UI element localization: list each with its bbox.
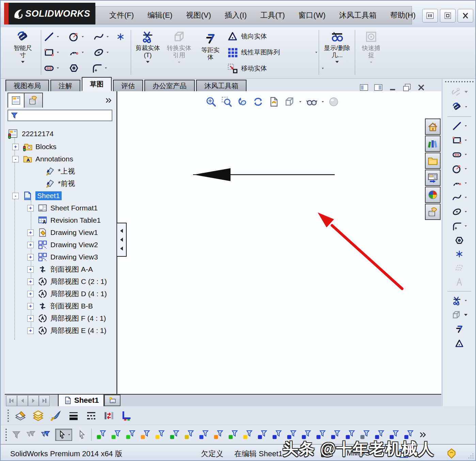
toolbar-overflow-icon[interactable]: [418, 430, 428, 440]
tab-evaluate[interactable]: 评估: [113, 80, 143, 91]
filter-faces-icon[interactable]: [125, 430, 136, 440]
circle-tool-icon[interactable]: [68, 31, 79, 42]
task-pane-custom-properties[interactable]: [425, 204, 441, 220]
last-sheet-button[interactable]: [39, 395, 50, 406]
display-delete-relations-button[interactable]: 显示/删除几...: [321, 30, 353, 63]
close-button[interactable]: [458, 9, 473, 22]
tree-item-label[interactable]: *上视: [58, 166, 75, 176]
format-painter-icon[interactable]: [50, 410, 62, 422]
offset-button[interactable]: [454, 324, 464, 334]
smart-dimension-dropdown[interactable]: [21, 61, 25, 63]
panel-expand-icon[interactable]: [104, 96, 113, 105]
tab-annotation[interactable]: 注解: [50, 80, 80, 91]
ellipse-dropdown[interactable]: [107, 52, 109, 53]
tree-item-label[interactable]: Revision Table1: [50, 216, 101, 224]
menu-help[interactable]: 帮助(H): [390, 10, 416, 20]
ellipse-tool-icon[interactable]: [93, 47, 104, 58]
spline-button[interactable]: [452, 192, 467, 203]
tree-item-label[interactable]: Blocks: [35, 143, 57, 151]
fillet-button[interactable]: [452, 221, 467, 231]
lasso-cursor-icon[interactable]: [77, 430, 87, 440]
convert-dropdown[interactable]: [178, 62, 180, 63]
expand-toggle[interactable]: -: [12, 156, 19, 162]
doc-close-icon[interactable]: [416, 82, 426, 93]
menu-file[interactable]: 文件(F): [109, 10, 134, 20]
move-entities-dropdown[interactable]: [322, 68, 324, 69]
line-style-icon[interactable]: [85, 410, 97, 422]
line-button[interactable]: [452, 121, 467, 131]
tree-item-label[interactable]: Drawing View3: [50, 253, 98, 261]
menu-mufeng-toolbox[interactable]: 沐风工具箱: [339, 10, 377, 20]
expand-toggle[interactable]: +: [27, 242, 34, 248]
pane-left-icon[interactable]: [359, 82, 369, 93]
expand-toggle[interactable]: +: [27, 279, 34, 285]
move-entities-button[interactable]: 移动实体: [227, 63, 324, 74]
point-button[interactable]: [455, 250, 464, 258]
toolbar-drag-handle[interactable]: [7, 410, 9, 422]
spline-dropdown[interactable]: [107, 36, 109, 37]
task-pane-appearances[interactable]: [425, 187, 441, 203]
filter-annotation-icon[interactable]: [242, 430, 253, 440]
mirror-entities-button[interactable]: 镜向实体: [227, 31, 267, 42]
dropdown-arrow[interactable]: [464, 314, 467, 316]
linear-pattern-button[interactable]: 线性草图阵列: [227, 47, 317, 58]
tree-root-row[interactable]: 22212174: [7, 128, 53, 140]
dropdown-arrow[interactable]: [465, 140, 467, 141]
doc-minimize-icon[interactable]: [387, 82, 398, 93]
smart-dimension-button-right[interactable]: [451, 101, 467, 112]
tree-item-sheet-format1[interactable]: + Sheet Format1: [5, 202, 98, 214]
filter-toggle-icon[interactable]: [11, 430, 21, 440]
task-pane-design-library[interactable]: [425, 136, 441, 152]
slot-dropdown[interactable]: [57, 67, 59, 69]
slot-tool-icon[interactable]: [44, 63, 54, 74]
dropdown-arrow[interactable]: [465, 168, 467, 170]
fillet-dropdown[interactable]: [105, 67, 107, 69]
tab-office-products[interactable]: 办公室产品: [144, 80, 195, 91]
arc-dropdown[interactable]: [82, 52, 84, 53]
expand-toggle[interactable]: +: [27, 291, 34, 297]
tree-item-label[interactable]: 局部视图 D (4 : 1): [50, 289, 107, 299]
tree-item-label[interactable]: Sheet Format1: [50, 204, 98, 212]
tree-item-drawing-view3[interactable]: + Drawing View3: [5, 251, 98, 263]
tree-item-label[interactable]: *前视: [58, 179, 75, 188]
expand-toggle[interactable]: +: [12, 144, 19, 150]
slot-button[interactable]: [452, 149, 467, 160]
layers-icon[interactable]: [32, 410, 44, 422]
arc-button[interactable]: [452, 178, 467, 188]
tree-item-label[interactable]: Sheet1: [35, 191, 62, 200]
expand-toggle[interactable]: +: [27, 315, 34, 322]
ellipse-button[interactable]: [452, 207, 467, 217]
filter-edges-icon[interactable]: [111, 430, 121, 440]
toolbar-drag-handle[interactable]: [5, 429, 7, 441]
tree-item-label[interactable]: 局部视图 F (4 : 1): [50, 314, 106, 323]
panel-splitter-handle[interactable]: [117, 223, 127, 257]
tree-item-blocks[interactable]: + Blocks: [5, 141, 57, 153]
dimension-arrow-sketch[interactable]: [193, 168, 335, 181]
tree-item-label[interactable]: 剖面视图 A-A: [50, 265, 93, 274]
linear-pattern-dropdown[interactable]: [315, 52, 317, 53]
mirror-button[interactable]: [454, 338, 464, 349]
arc-tool-icon[interactable]: [68, 47, 79, 58]
first-sheet-button[interactable]: [6, 395, 17, 406]
select-tool-button[interactable]: [55, 429, 72, 441]
menu-view[interactable]: 视图(V): [186, 10, 211, 20]
filter-surface-icon[interactable]: [140, 430, 150, 440]
expand-toggle[interactable]: +: [27, 266, 34, 273]
trim-button[interactable]: [452, 296, 467, 306]
drawing-canvas[interactable]: [117, 91, 441, 394]
color-display-mode-icon[interactable]: [103, 410, 115, 422]
layer-properties-icon[interactable]: [14, 410, 27, 422]
filter-points-icon[interactable]: [199, 430, 209, 440]
dimension-tool-button[interactable]: [451, 86, 468, 97]
tree-item-label[interactable]: 剖面视图 B-B: [50, 301, 93, 311]
tab-sketch[interactable]: 草图: [82, 77, 112, 91]
tree-item-top-view[interactable]: *上视: [5, 165, 75, 177]
dropdown-arrow[interactable]: [464, 91, 468, 93]
point-tool-icon[interactable]: [116, 32, 125, 41]
tree-item-drawing-view1[interactable]: + Drawing View1: [5, 227, 98, 238]
tab-view-layout[interactable]: 视图布局: [5, 80, 49, 91]
offset-entities-button[interactable]: 等距实体: [196, 32, 225, 61]
expand-toggle[interactable]: +: [27, 303, 34, 309]
dropdown-arrow[interactable]: [465, 197, 467, 198]
tree-item-detail-view-f[interactable]: + 局部视图 F (4 : 1): [5, 313, 106, 324]
